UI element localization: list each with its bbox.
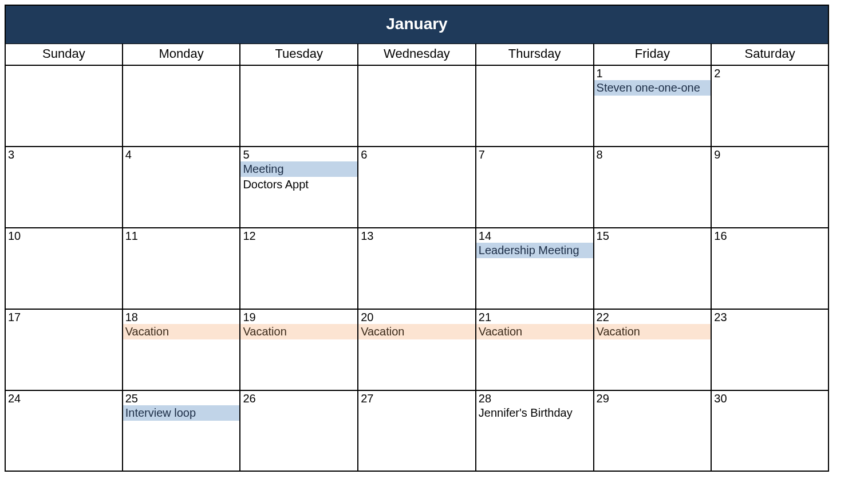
day-number: 30 [712, 391, 828, 405]
day-number: 22 [594, 310, 711, 324]
day-number: 5 [240, 147, 357, 161]
day-cell[interactable]: 17 [5, 309, 123, 390]
day-cell[interactable] [240, 65, 358, 147]
day-cell[interactable]: 22Vacation [594, 309, 712, 390]
day-number: 3 [6, 147, 122, 161]
weekday-header-row: Sunday Monday Tuesday Wednesday Thursday… [5, 44, 829, 65]
weekday-wednesday: Wednesday [358, 44, 476, 65]
day-cell[interactable]: 7 [476, 147, 594, 228]
day-cell[interactable]: 23 [711, 309, 829, 390]
day-number: 2 [712, 66, 828, 80]
day-number: 14 [476, 228, 593, 243]
weekday-sunday: Sunday [5, 44, 123, 65]
day-cell[interactable]: 1Steven one-one-one [594, 65, 712, 147]
day-number: 26 [240, 391, 357, 405]
day-cell[interactable]: 19Vacation [240, 309, 358, 390]
day-number [358, 66, 475, 67]
day-cell[interactable]: 21Vacation [476, 309, 594, 390]
day-cell[interactable]: 30 [711, 390, 829, 472]
calendar-event[interactable]: Vacation [594, 324, 711, 339]
day-number: 10 [6, 228, 122, 243]
calendar: January Sunday Monday Tuesday Wednesday … [5, 5, 829, 472]
day-cell[interactable]: 16 [711, 228, 829, 309]
calendar-event[interactable]: Vacation [240, 324, 357, 339]
day-number: 9 [712, 147, 828, 161]
calendar-event[interactable]: Vacation [358, 324, 475, 339]
day-cell[interactable]: 14Leadership Meeting [476, 228, 594, 309]
day-cell[interactable]: 4 [123, 147, 240, 228]
calendar-week: 2425Interview loop262728Jennifer's Birth… [5, 390, 829, 472]
calendar-event[interactable]: Doctors Appt [240, 177, 357, 192]
weekday-monday: Monday [123, 44, 240, 65]
day-number: 13 [358, 228, 475, 243]
day-number: 23 [712, 310, 828, 324]
day-number: 11 [123, 228, 240, 243]
day-cell[interactable]: 13 [358, 228, 476, 309]
day-cell[interactable] [358, 65, 476, 147]
day-number: 25 [123, 391, 240, 405]
day-number: 16 [712, 228, 828, 243]
day-number [476, 66, 593, 67]
day-cell[interactable]: 10 [5, 228, 123, 309]
day-cell[interactable]: 18Vacation [123, 309, 240, 390]
day-cell[interactable]: 27 [358, 390, 476, 472]
day-cell[interactable]: 15 [594, 228, 712, 309]
day-number: 27 [358, 391, 475, 405]
calendar-week: 1718Vacation19Vacation20Vacation21Vacati… [5, 309, 829, 390]
calendar-event[interactable]: Jennifer's Birthday [476, 405, 593, 421]
calendar-event[interactable]: Interview loop [123, 405, 240, 421]
calendar-event[interactable]: Meeting [240, 161, 357, 177]
day-cell[interactable]: 9 [711, 147, 829, 228]
day-number: 18 [123, 310, 240, 324]
weekday-thursday: Thursday [476, 44, 594, 65]
day-number: 15 [594, 228, 711, 243]
day-cell[interactable]: 29 [594, 390, 712, 472]
calendar-week: 345MeetingDoctors Appt6789 [5, 147, 829, 228]
day-cell[interactable]: 11 [123, 228, 240, 309]
day-number: 1 [594, 66, 711, 80]
day-number: 24 [6, 391, 122, 405]
day-cell[interactable]: 6 [358, 147, 476, 228]
weekday-friday: Friday [594, 44, 712, 65]
day-number [6, 66, 122, 67]
day-cell[interactable]: 28Jennifer's Birthday [476, 390, 594, 472]
day-cell[interactable]: 24 [5, 390, 123, 472]
day-number: 12 [240, 228, 357, 243]
day-number [123, 66, 240, 67]
calendar-week: 1011121314Leadership Meeting1516 [5, 228, 829, 309]
day-number: 19 [240, 310, 357, 324]
day-number: 29 [594, 391, 711, 405]
day-number: 17 [6, 310, 122, 324]
day-cell[interactable] [123, 65, 240, 147]
weekday-tuesday: Tuesday [240, 44, 358, 65]
day-number: 7 [476, 147, 593, 161]
day-cell[interactable] [5, 65, 123, 147]
day-number: 8 [594, 147, 711, 161]
day-cell[interactable]: 26 [240, 390, 358, 472]
weekday-saturday: Saturday [711, 44, 829, 65]
calendar-week: 1Steven one-one-one2 [5, 65, 829, 147]
day-cell[interactable]: 5MeetingDoctors Appt [240, 147, 358, 228]
calendar-event[interactable]: Vacation [123, 324, 240, 339]
day-cell[interactable]: 20Vacation [358, 309, 476, 390]
day-cell[interactable]: 2 [711, 65, 829, 147]
day-number: 28 [476, 391, 593, 405]
calendar-event[interactable]: Leadership Meeting [476, 243, 593, 258]
day-cell[interactable]: 12 [240, 228, 358, 309]
day-cell[interactable]: 3 [5, 147, 123, 228]
day-number: 20 [358, 310, 475, 324]
day-number: 4 [123, 147, 240, 161]
day-cell[interactable] [476, 65, 594, 147]
calendar-grid: 1Steven one-one-one2345MeetingDoctors Ap… [5, 65, 829, 472]
day-number: 6 [358, 147, 475, 161]
day-number: 21 [476, 310, 593, 324]
month-title: January [5, 5, 829, 44]
calendar-event[interactable]: Steven one-one-one [594, 80, 711, 96]
day-number [240, 66, 357, 67]
day-cell[interactable]: 25Interview loop [123, 390, 240, 472]
day-cell[interactable]: 8 [594, 147, 712, 228]
calendar-event[interactable]: Vacation [476, 324, 593, 339]
